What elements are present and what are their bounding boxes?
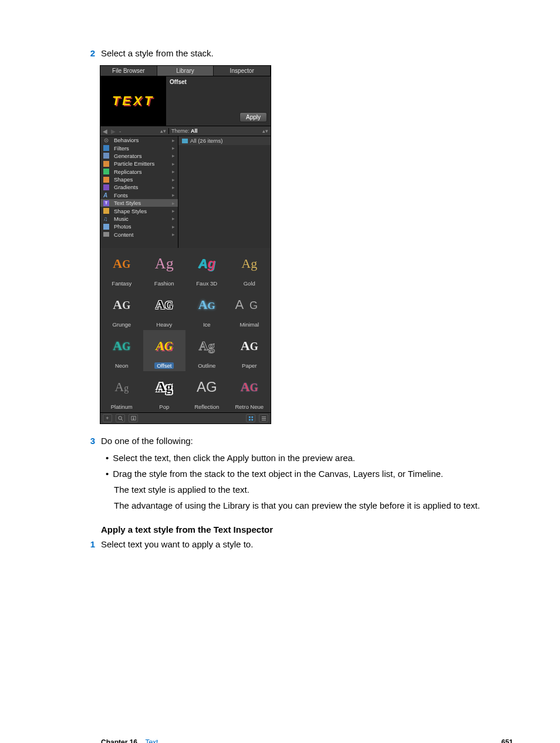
style-tile-ice[interactable]: AGIce <box>185 289 228 330</box>
style-label: Ice <box>203 321 211 328</box>
bookmark-icon[interactable] <box>129 414 138 422</box>
category-particle-emitters[interactable]: Particle Emitters▸ <box>100 160 178 167</box>
step-number: 3 <box>82 436 95 446</box>
chevron-right-icon: ▸ <box>172 145 175 151</box>
style-tile-minimal[interactable]: AGMinimal <box>228 289 271 330</box>
style-label: Faux 3D <box>196 280 217 287</box>
preview-thumbnail: TEXT <box>100 76 166 126</box>
style-label: Retro Neue <box>235 404 264 410</box>
style-tile-offset[interactable]: AGOffset <box>143 330 186 371</box>
result-line: The text style is applied to the text. <box>114 483 525 496</box>
style-label: Grunge <box>112 321 131 328</box>
step-text: Select a style from the stack. <box>101 47 214 59</box>
style-label: Minimal <box>239 321 259 328</box>
style-preview: AG <box>113 330 130 361</box>
style-tile-gold[interactable]: AgGold <box>228 248 271 289</box>
grid-view-icon[interactable] <box>246 414 255 422</box>
step-number: 2 <box>82 48 95 58</box>
style-preview: AG <box>241 371 258 402</box>
category-behaviors[interactable]: Behaviors▸ <box>100 136 178 144</box>
category-gradients[interactable]: Gradients▸ <box>100 183 178 191</box>
style-tile-pop[interactable]: AgPop <box>143 371 186 412</box>
category-contents: All (26 items) <box>178 136 271 248</box>
style-tile-outline[interactable]: AgOutline <box>185 330 228 371</box>
category-shape-styles[interactable]: Shape Styles▸ <box>100 207 178 214</box>
add-icon[interactable]: + <box>103 414 112 422</box>
style-tile-reflection[interactable]: AGReflection <box>185 371 228 412</box>
chevron-right-icon: ▸ <box>172 153 175 159</box>
styles-grid: AGFantasyAgFashionAgFaux 3DAgGoldAGGrung… <box>100 248 271 412</box>
style-label: Heavy <box>156 321 172 328</box>
style-preview: AG <box>197 371 217 402</box>
chevron-right-icon: ▸ <box>172 192 175 198</box>
style-tile-faux-3d[interactable]: AgFaux 3D <box>185 248 228 289</box>
svg-point-1 <box>106 140 107 141</box>
theme-selector[interactable]: Theme: All ▴▾ <box>168 128 271 134</box>
style-label: Offset <box>154 362 174 369</box>
bullet-1: Select the text, then click the Apply bu… <box>114 452 525 464</box>
updown-icon: ▴▾ <box>262 128 268 134</box>
nav-path[interactable]: - <box>119 128 121 135</box>
panel-tabs: File Browser Library Inspector <box>100 66 271 76</box>
preview-title: Offset <box>170 79 267 85</box>
list-view-icon[interactable] <box>259 414 268 422</box>
step-1-inspector: 1 Select text you want to apply a style … <box>82 538 525 550</box>
preview-meta: Offset Apply <box>166 76 271 126</box>
category-photos[interactable]: Photos▸ <box>100 223 178 230</box>
browser-columns: Behaviors▸Filters▸Generators▸Particle Em… <box>100 136 271 248</box>
page-footer: Chapter 16 Text 651 <box>101 738 513 743</box>
tab-file-browser[interactable]: File Browser <box>100 66 157 76</box>
svg-point-2 <box>118 416 121 419</box>
svg-rect-7 <box>248 419 250 421</box>
chevron-right-icon: ▸ <box>172 231 175 237</box>
style-preview: AG <box>235 289 264 320</box>
category-music[interactable]: ♫Music▸ <box>100 215 178 223</box>
apply-button[interactable]: Apply <box>239 112 267 122</box>
style-preview: Ag <box>198 248 215 279</box>
filter-bar: ◀ ▶ - ▴▾ Theme: All ▴▾ <box>100 126 271 136</box>
style-tile-heavy[interactable]: AGHeavy <box>143 289 186 330</box>
preview-word: TEXT <box>112 93 154 109</box>
advantage-line: The advantage of using the Library is th… <box>114 499 525 512</box>
category-fonts[interactable]: AFonts▸ <box>100 191 178 199</box>
style-tile-grunge[interactable]: AGGrunge <box>100 289 143 330</box>
results-header[interactable]: All (26 items) <box>178 136 271 145</box>
chapter-link[interactable]: Text <box>145 738 158 743</box>
results-count: All (26 items) <box>190 137 222 144</box>
style-tile-retro-neue[interactable]: AGRetro Neue <box>228 371 271 412</box>
step-text: Do one of the following: <box>101 435 193 447</box>
style-tile-platinum[interactable]: AgPlatinum <box>100 371 143 412</box>
style-preview: AG <box>198 289 215 320</box>
tab-library[interactable]: Library <box>157 66 214 76</box>
category-filters[interactable]: Filters▸ <box>100 144 178 152</box>
svg-line-3 <box>121 419 123 421</box>
style-label: Neon <box>115 362 129 369</box>
chevron-right-icon: ▸ <box>172 184 175 190</box>
chevron-right-icon: ▸ <box>172 200 175 206</box>
step-number: 1 <box>82 539 95 549</box>
style-preview: AG <box>113 289 130 320</box>
category-generators[interactable]: Generators▸ <box>100 152 178 160</box>
style-preview: AG <box>156 330 173 361</box>
chevron-right-icon: ▸ <box>172 137 175 143</box>
updown-icon[interactable]: ▴▾ <box>160 128 166 134</box>
page-number: 651 <box>501 738 513 743</box>
style-tile-neon[interactable]: AGNeon <box>100 330 143 371</box>
svg-rect-8 <box>251 419 253 421</box>
nav-back-icon[interactable]: ◀ <box>103 128 107 135</box>
style-tile-paper[interactable]: AGPaper <box>228 330 271 371</box>
category-content[interactable]: Content▸ <box>100 231 178 238</box>
preview-row: TEXT Offset Apply <box>100 76 271 126</box>
nav-forward-icon[interactable]: ▶ <box>111 128 116 135</box>
chevron-right-icon: ▸ <box>172 224 175 230</box>
chevron-right-icon: ▸ <box>172 161 175 167</box>
style-tile-fashion[interactable]: AgFashion <box>143 248 186 289</box>
nav-controls: ◀ ▶ - ▴▾ <box>100 128 168 135</box>
tab-inspector[interactable]: Inspector <box>214 66 271 76</box>
style-preview: Ag <box>199 330 215 361</box>
category-replicators[interactable]: Replicators▸ <box>100 168 178 176</box>
style-tile-fantasy[interactable]: AGFantasy <box>100 248 143 289</box>
category-text-styles[interactable]: TText Styles▸ <box>100 199 178 207</box>
category-shapes[interactable]: Shapes▸ <box>100 176 178 183</box>
search-icon[interactable] <box>116 414 125 422</box>
